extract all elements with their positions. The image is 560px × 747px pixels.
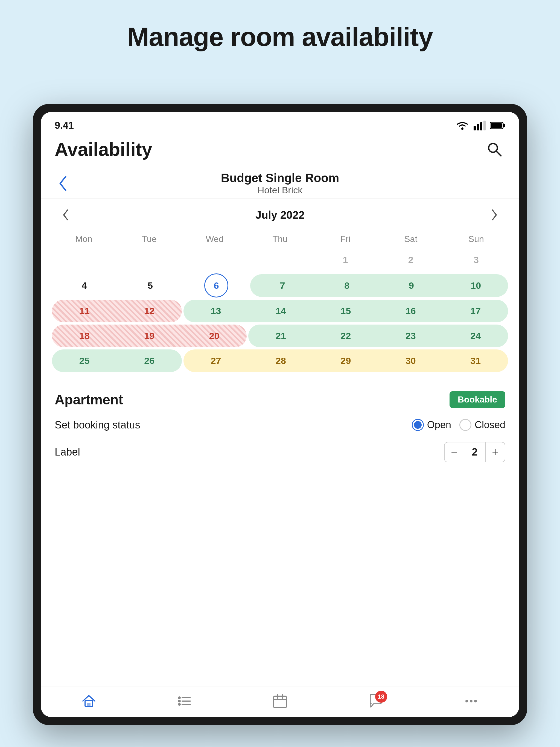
bottom-section: Apartment Bookable Set booking status Op… bbox=[41, 380, 519, 687]
svg-rect-2 bbox=[477, 124, 479, 130]
cal-day-7[interactable]: 7 bbox=[250, 274, 315, 297]
svg-point-24 bbox=[474, 700, 477, 702]
cal-day-4[interactable]: 4 bbox=[52, 274, 117, 297]
app-title: Availability bbox=[55, 138, 152, 160]
status-time: 9.41 bbox=[55, 120, 74, 131]
search-button[interactable] bbox=[483, 138, 505, 160]
svg-point-23 bbox=[470, 700, 473, 702]
cal-cell-empty-3 bbox=[183, 254, 246, 266]
app-header: Availability bbox=[41, 134, 519, 166]
cal-day-17[interactable]: 17 bbox=[443, 300, 508, 323]
svg-point-12 bbox=[178, 696, 181, 699]
svg-line-9 bbox=[496, 151, 501, 156]
cal-day-23[interactable]: 23 bbox=[378, 325, 443, 347]
page-title: Manage room availability bbox=[0, 0, 560, 52]
next-month-button[interactable] bbox=[486, 207, 503, 223]
cal-cell-empty-4 bbox=[248, 254, 312, 266]
signal-icon bbox=[474, 121, 486, 130]
cal-day-9[interactable]: 9 bbox=[379, 274, 444, 297]
cal-day-22[interactable]: 22 bbox=[313, 325, 378, 347]
cal-day-31[interactable]: 31 bbox=[443, 350, 508, 372]
svg-rect-1 bbox=[474, 126, 476, 130]
radio-open[interactable]: Open bbox=[412, 419, 451, 431]
svg-point-0 bbox=[461, 128, 463, 130]
search-icon bbox=[486, 140, 503, 158]
calendar-section: July 2022 Mon Tue Wed Thu Fri Sat Sun bbox=[41, 199, 519, 380]
nav-item-messages[interactable]: 18 bbox=[368, 693, 383, 709]
label-field-label: Label bbox=[55, 446, 80, 458]
stepper-value: 2 bbox=[464, 442, 486, 462]
cal-day-20[interactable]: 20 bbox=[182, 325, 247, 347]
day-header-sun: Sun bbox=[444, 231, 508, 247]
more-icon bbox=[463, 693, 479, 709]
calendar-nav: July 2022 bbox=[52, 204, 508, 226]
cal-day-13[interactable]: 13 bbox=[183, 300, 248, 323]
radio-open-label: Open bbox=[427, 419, 451, 431]
nav-item-calendar[interactable] bbox=[272, 693, 288, 709]
cal-day-2[interactable]: 2 bbox=[379, 249, 443, 271]
svg-rect-3 bbox=[480, 122, 482, 130]
room-info: Budget Single Room Hotel Brick bbox=[71, 171, 489, 196]
messages-badge: 18 bbox=[375, 691, 387, 703]
cal-day-14[interactable]: 14 bbox=[248, 300, 313, 323]
back-button[interactable] bbox=[55, 175, 71, 192]
cal-day-28[interactable]: 28 bbox=[248, 350, 313, 372]
room-name: Budget Single Room bbox=[71, 171, 489, 185]
cal-day-8[interactable]: 8 bbox=[315, 274, 379, 297]
radio-closed-label: Closed bbox=[475, 419, 505, 431]
cal-day-30[interactable]: 30 bbox=[378, 350, 443, 372]
apartment-row: Apartment Bookable bbox=[55, 391, 505, 408]
calendar-icon bbox=[272, 693, 288, 709]
cal-cell-empty-2 bbox=[117, 254, 181, 266]
booking-status-label: Set booking status bbox=[55, 419, 140, 431]
day-header-tue: Tue bbox=[117, 231, 181, 247]
list-icon bbox=[177, 693, 192, 709]
svg-rect-11 bbox=[87, 703, 91, 706]
cal-cell-empty-1 bbox=[52, 254, 116, 266]
status-icons bbox=[456, 121, 505, 130]
radio-group: Open Closed bbox=[412, 419, 505, 431]
calendar-month: July 2022 bbox=[255, 209, 305, 221]
cal-day-15[interactable]: 15 bbox=[313, 300, 378, 323]
day-header-thu: Thu bbox=[248, 231, 312, 247]
svg-rect-4 bbox=[483, 121, 486, 130]
svg-point-14 bbox=[178, 703, 181, 706]
cal-day-27[interactable]: 27 bbox=[183, 350, 248, 372]
home-icon bbox=[81, 693, 97, 709]
prev-month-button[interactable] bbox=[57, 207, 74, 223]
radio-closed[interactable]: Closed bbox=[459, 419, 505, 431]
cal-day-25[interactable]: 25 bbox=[52, 350, 117, 372]
apartment-label: Apartment bbox=[55, 392, 123, 408]
cal-day-18[interactable]: 18 bbox=[52, 325, 117, 347]
svg-rect-6 bbox=[503, 124, 505, 127]
hotel-name: Hotel Brick bbox=[71, 185, 489, 196]
day-header-wed: Wed bbox=[183, 231, 246, 247]
room-header: Budget Single Room Hotel Brick bbox=[41, 166, 519, 199]
day-header-mon: Mon bbox=[52, 231, 116, 247]
svg-point-22 bbox=[465, 700, 468, 702]
wifi-icon bbox=[456, 121, 469, 130]
nav-item-list[interactable] bbox=[177, 693, 192, 709]
cal-day-5[interactable]: 5 bbox=[118, 274, 183, 297]
cal-day-26[interactable]: 26 bbox=[117, 350, 182, 372]
stepper-decrement-button[interactable]: − bbox=[444, 443, 464, 462]
svg-rect-7 bbox=[491, 123, 502, 128]
cal-day-6[interactable]: 6 bbox=[184, 274, 249, 298]
status-bar: 9.41 bbox=[41, 112, 519, 134]
cal-day-1[interactable]: 1 bbox=[314, 249, 377, 271]
cal-day-21[interactable]: 21 bbox=[248, 325, 313, 347]
tablet-frame: 9.41 bbox=[33, 104, 527, 725]
cal-day-12[interactable]: 12 bbox=[117, 300, 182, 323]
cal-day-3[interactable]: 3 bbox=[444, 249, 508, 271]
svg-point-13 bbox=[178, 700, 181, 702]
chevron-left-icon bbox=[57, 175, 68, 192]
cal-day-10[interactable]: 10 bbox=[443, 274, 508, 297]
nav-item-more[interactable] bbox=[463, 693, 479, 709]
cal-day-19[interactable]: 19 bbox=[117, 325, 182, 347]
cal-day-16[interactable]: 16 bbox=[378, 300, 443, 323]
cal-day-11[interactable]: 11 bbox=[52, 300, 117, 323]
cal-day-24[interactable]: 24 bbox=[443, 325, 508, 347]
nav-item-home[interactable] bbox=[81, 693, 97, 709]
cal-day-29[interactable]: 29 bbox=[313, 350, 378, 372]
stepper-increment-button[interactable]: + bbox=[486, 443, 505, 462]
